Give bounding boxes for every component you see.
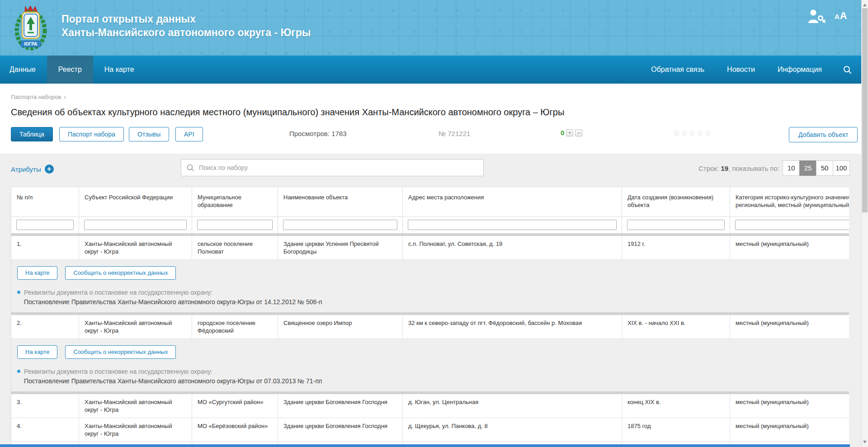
page-size-100[interactable]: 100 bbox=[833, 160, 850, 176]
breadcrumb-separator: › bbox=[64, 94, 66, 100]
nav-item-news[interactable]: Новости bbox=[716, 56, 766, 84]
report-incorrect-data-button[interactable]: Сообщить о некорректных данных bbox=[65, 345, 176, 359]
filter-cell-7 bbox=[730, 217, 849, 233]
document-label: Реквизиты документа о постановке на госу… bbox=[24, 367, 849, 376]
row-3-cell-7: местный (муниципальный) bbox=[730, 394, 849, 418]
font-size-big-letter: А bbox=[840, 10, 848, 21]
row-2-cell-4: Священное озеро Импор bbox=[278, 315, 403, 339]
rows-count: 19 bbox=[721, 165, 728, 172]
filter-cell-6 bbox=[622, 217, 730, 233]
vote-up-button[interactable]: + bbox=[566, 129, 573, 136]
page-title: Сведения об объектах культурного наследи… bbox=[11, 107, 564, 118]
data-table: № п/пСубъект Российской ФедерацииМуницип… bbox=[11, 187, 849, 447]
coat-of-arms-logo[interactable]: ЮГРА bbox=[13, 5, 49, 51]
nav-item-information[interactable]: Информация bbox=[766, 56, 833, 84]
bullet-dot-icon bbox=[17, 291, 20, 294]
nav-item-registry[interactable]: Реестр bbox=[47, 56, 93, 84]
filter-cell-2 bbox=[79, 217, 192, 233]
page-size-50[interactable]: 50 bbox=[816, 160, 833, 176]
filter-input-3[interactable] bbox=[197, 220, 273, 230]
map-button[interactable]: На карте bbox=[17, 266, 57, 280]
portal-title: Портал открытых данных Ханты-Мансийского… bbox=[61, 12, 311, 39]
filter-cell-5 bbox=[403, 217, 622, 233]
tab-api[interactable]: API bbox=[175, 127, 203, 141]
row-2-cell-5: 32 км к северо-западу от пгт. Фёдоровски… bbox=[403, 315, 622, 339]
search-input[interactable] bbox=[198, 164, 483, 172]
row-1-cell-5: с.п. Полноват, ул. Советская, д. 19 bbox=[403, 236, 622, 259]
table-row-4[interactable]: 4.Ханты-Мансийский автономный округ - Юг… bbox=[11, 418, 849, 442]
nav-item-on-map[interactable]: На карте bbox=[93, 56, 146, 84]
row-4-cell-4: Здание церкви Богоявления Господня bbox=[278, 418, 403, 442]
row-3-cell-4: Здание церкви Богоявления Господня bbox=[278, 394, 403, 418]
page-size-switcher: 10 25 50 100 bbox=[783, 160, 850, 176]
attributes-label: Атрибуты bbox=[11, 165, 41, 173]
table-header-row: № п/пСубъект Российской ФедерацииМуницип… bbox=[11, 187, 849, 217]
portal-title-line1: Портал открытых данных bbox=[61, 12, 311, 26]
page-size-25[interactable]: 25 bbox=[799, 160, 816, 176]
filter-cell-1 bbox=[11, 217, 79, 233]
document-value: Постановление Правительства Ханты-Мансий… bbox=[24, 297, 849, 307]
horizontal-scrollbar[interactable] bbox=[0, 444, 850, 447]
add-object-button[interactable]: Добавить объект bbox=[789, 127, 858, 142]
document-value: Постановление Правительства Ханты-Мансий… bbox=[24, 376, 849, 386]
filter-input-7[interactable] bbox=[735, 220, 849, 230]
table-filter-row bbox=[11, 217, 849, 233]
breadcrumb[interactable]: Паспорта наборов› bbox=[11, 94, 66, 100]
nav-item-feedback[interactable]: Обратная связь bbox=[640, 56, 716, 84]
row-4-cell-7: местный (муниципальный) bbox=[730, 418, 849, 442]
row-3-cell-5: д. Юган, ул. Центральная bbox=[403, 394, 622, 418]
tab-reviews[interactable]: Отзывы bbox=[129, 127, 169, 141]
tab-passport[interactable]: Паспорт набора bbox=[59, 127, 124, 141]
views-counter: Просмотров: 1783 bbox=[289, 130, 347, 137]
filter-input-1[interactable] bbox=[16, 220, 74, 230]
document-label: Реквизиты документа о постановке на госу… bbox=[24, 288, 849, 297]
filter-input-4[interactable] bbox=[283, 220, 397, 230]
table-row-2[interactable]: 2.Ханты-Мансийский автономный округ - Юг… bbox=[11, 315, 849, 339]
table-row-1[interactable]: 1.Ханты-Мансийский автономный округ - Юг… bbox=[11, 236, 849, 260]
filter-input-2[interactable] bbox=[84, 220, 187, 230]
row-action-buttons: На картеСообщить о некорректных данных bbox=[17, 345, 849, 359]
row-3-cell-2: Ханты-Мансийский автономный округ - Югра bbox=[79, 394, 192, 418]
scroll-down-arrow-icon[interactable] bbox=[863, 441, 867, 445]
filter-cell-3 bbox=[192, 217, 278, 233]
portal-title-line2: Ханты-Мансийского автономного округа - Ю… bbox=[61, 26, 311, 39]
vertical-scrollbar-thumb[interactable] bbox=[862, 8, 868, 212]
filter-input-6[interactable] bbox=[627, 220, 725, 230]
filter-input-5[interactable] bbox=[408, 220, 617, 230]
report-incorrect-data-button[interactable]: Сообщить о некорректных данных bbox=[65, 266, 176, 280]
nav-item-data[interactable]: Данные bbox=[0, 56, 47, 84]
font-size-toggle[interactable]: АА bbox=[835, 10, 848, 22]
row-2-cell-3: городское поселение Фёдоровский bbox=[192, 315, 278, 339]
data-table-container: № п/пСубъект Российской ФедерацииМуницип… bbox=[11, 187, 849, 447]
map-button[interactable]: На карте bbox=[17, 345, 57, 359]
attributes-toggle[interactable]: Атрибуты + bbox=[11, 165, 54, 174]
nav-spacer bbox=[146, 56, 640, 84]
masthead: ЮГРА Портал открытых данных Ханты-Мансий… bbox=[0, 0, 862, 56]
row-2-cell-1: 2. bbox=[11, 315, 79, 339]
row-4-cell-2: Ханты-Мансийский автономный округ - Югра bbox=[79, 418, 192, 442]
row-3-cell-3: МО «Сургутский район» bbox=[192, 394, 278, 418]
row-1-cell-6: 1912 г. bbox=[622, 236, 730, 259]
row-1-cell-3: сельское поселение Полноват bbox=[192, 236, 278, 259]
login-icon[interactable] bbox=[807, 9, 826, 24]
scroll-up-arrow-icon[interactable] bbox=[863, 2, 867, 6]
bullet-dot-icon bbox=[17, 370, 20, 373]
table-row-3[interactable]: 3.Ханты-Мансийский автономный округ - Юг… bbox=[11, 394, 849, 418]
vertical-scrollbar[interactable] bbox=[861, 0, 868, 447]
plus-icon: + bbox=[45, 165, 54, 174]
nav-search-button[interactable] bbox=[833, 56, 862, 84]
main-nav: Данные Реестр На карте Обратная связь Но… bbox=[0, 56, 862, 84]
protection-document: Реквизиты документа о постановке на госу… bbox=[17, 367, 849, 386]
column-header-3: Муниципальное образование bbox=[192, 187, 278, 216]
vote-down-button[interactable]: − bbox=[575, 129, 582, 136]
tab-table[interactable]: Таблица bbox=[11, 127, 53, 141]
protection-document: Реквизиты документа о постановке на госу… bbox=[17, 288, 849, 307]
page-size-10[interactable]: 10 bbox=[783, 160, 800, 176]
row-2-details: На картеСообщить о некорректных данныхРе… bbox=[11, 339, 849, 391]
search-icon bbox=[187, 164, 194, 172]
column-header-7: Категория историко-культурного значения:… bbox=[730, 187, 849, 216]
rating-stars[interactable]: ☆☆☆☆☆ bbox=[673, 128, 712, 138]
breadcrumb-label[interactable]: Паспорта наборов bbox=[11, 94, 61, 100]
row-4-cell-6: 1875 год bbox=[622, 418, 730, 442]
page: ЮГРА Портал открытых данных Ханты-Мансий… bbox=[0, 0, 862, 447]
